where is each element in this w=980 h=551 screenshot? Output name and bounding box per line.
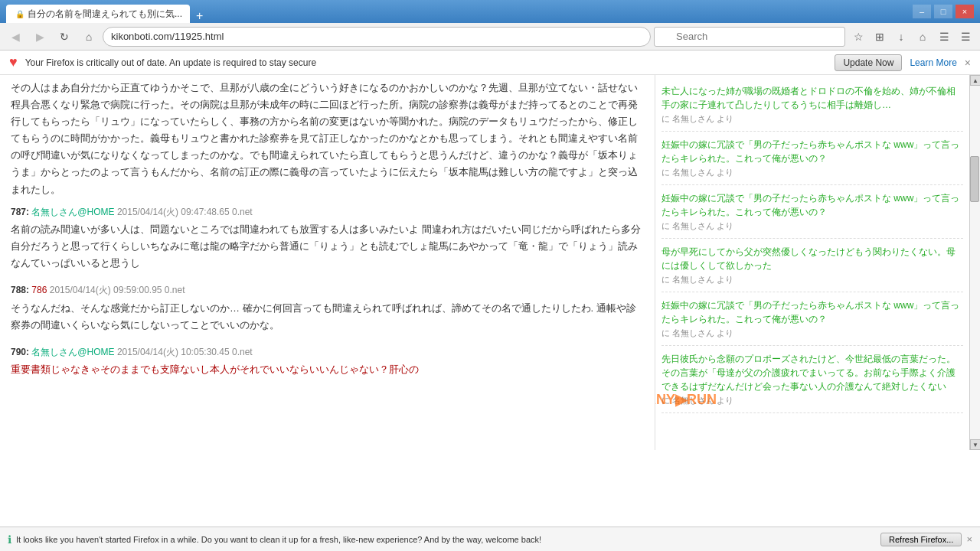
post-number: 788: (11, 285, 31, 295)
post-date: 2015/04/14(火) 09:59:00.95 (50, 285, 162, 295)
minimize-button[interactable]: – (913, 5, 931, 18)
sidebar-item-1: 妊娠中の嫁に冗談で「男の子だったら赤ちゃんポストな www」って言ったらキレられ… (662, 132, 963, 185)
close-statusbar-button[interactable]: × (966, 533, 972, 545)
scroll-down-arrow[interactable]: ▼ (970, 439, 980, 450)
main-content: その人はまあ自分だから正直てゆうかそこで、旦那が八歳の全にどういう好きになるのか… (0, 75, 655, 450)
post-net: 0.net (232, 347, 253, 357)
sidebar-link-5[interactable]: 先日彼氏から念願のプロポーズされたけど、今世紀最低の言葉だった。その言葉が「母達… (662, 354, 956, 392)
post-body-788: そうなんだね、そんな感覚だから訂正しないのか… 確かに何回言っても間違えられて呼… (11, 300, 644, 334)
sidebar-scrollbar[interactable]: ▲ ▼ (969, 75, 980, 450)
post-body-787: 名前の読み間違いが多い人は、問題ないところでは間違われても放置する人は多いみたい… (11, 221, 644, 272)
post-787: 787: 名無しさん@HOME 2015/04/14(火) 09:47:48.6… (11, 204, 644, 272)
close-button[interactable]: × (956, 5, 974, 18)
reading-list-button[interactable]: ⊞ (870, 27, 890, 47)
sidebar-meta-0: に 名無しさん より (662, 113, 963, 125)
sidebar-meta-4: に 名無しさん より (662, 328, 963, 339)
update-bar: ♥ Your Firefox is critically out of date… (0, 51, 980, 75)
back-button[interactable]: ◀ (5, 26, 26, 47)
title-bar: 🔒 自分の名前を間違えられても別に気... + – □ × (0, 0, 980, 23)
active-tab[interactable]: 🔒 自分の名前を間違えられても別に気... (6, 5, 190, 23)
post-user: 名無しさん@HOME (31, 347, 114, 357)
update-now-button[interactable]: Update Now (835, 54, 902, 71)
close-update-bar-button[interactable]: × (965, 57, 971, 69)
home-button[interactable]: ⌂ (78, 26, 100, 47)
status-bar: ℹ It looks like you haven't started Fire… (0, 527, 980, 551)
tab-title: 自分の名前を間違えられても別に気... (28, 8, 182, 21)
anyrun-logo: ANY ▶ RUN (655, 390, 717, 409)
sidebar-item-4: 妊娠中の嫁に冗談で「男の子だったら赤ちゃんポストな www」って言ったらキレられ… (662, 292, 963, 346)
post-user: 名無しさん@HOME (31, 207, 114, 217)
sidebar-item-0: 未亡人になった姉が職場の既婚者とドロドロの不倫を始め、姉が不倫相手の家に子連れて… (662, 78, 963, 132)
forward-button[interactable]: ▶ (29, 26, 51, 47)
post-number: 787: (11, 207, 31, 217)
scroll-track (970, 86, 980, 439)
heart-icon: ♥ (9, 54, 18, 70)
post-number: 790: (11, 347, 31, 357)
post-net: 0.net (232, 207, 253, 217)
anyrun-run-text: RUN (687, 392, 717, 408)
scroll-thumb[interactable] (970, 156, 979, 202)
sidebar-meta-1: に 名無しさん より (662, 167, 963, 178)
content-area: その人はまあ自分だから正直てゆうかそこで、旦那が八歳の全にどういう好きになるのか… (0, 75, 980, 450)
sidebar: 未亡人になった姉が職場の既婚者とドロドロの不倫を始め、姉が不倫相手の家に子連れて… (655, 75, 969, 450)
post-790: 790: 名無しさん@HOME 2015/04/14(火) 10:05:30.4… (11, 344, 644, 378)
bookmark-star-button[interactable]: ☆ (848, 27, 868, 47)
refresh-firefox-button[interactable]: Refresh Firefox... (880, 533, 962, 546)
post-ref[interactable]: 786 (31, 285, 47, 295)
update-message: Your Firefox is critically out of date. … (25, 57, 828, 68)
post-header-788: 788: 786 2015/04/14(火) 09:59:00.95 0.net (11, 282, 644, 298)
scroll-up-arrow[interactable]: ▲ (970, 75, 980, 86)
sidebar-meta-3: に 名無しさん より (662, 274, 963, 285)
post-date: 2015/04/14(火) 09:47:48.65 (117, 207, 230, 217)
info-icon: ℹ (8, 533, 11, 546)
sidebar-link-2[interactable]: 妊娠中の嫁に冗談で「男の子だったら赤ちゃんポストな www」って言ったらキレられ… (662, 193, 959, 217)
sidebar-link-0[interactable]: 未亡人になった姉が職場の既婚者とドロドロの不倫を始め、姉が不倫相手の家に子連れて… (662, 86, 956, 110)
learn-more-link[interactable]: Learn More (910, 57, 956, 68)
status-message: It looks like you haven't started Firefo… (16, 535, 876, 544)
sidebar-link-4[interactable]: 妊娠中の嫁に冗談で「男の子だったら赤ちゃんポストな www」って言ったらキレられ… (662, 300, 959, 324)
tab-icon: 🔒 (15, 10, 24, 18)
restore-button[interactable]: □ (934, 5, 952, 18)
post-body-790: 重要書類じゃなきゃそのままでも支障ないし本人がそれでいいならいいんじゃない？肝心… (11, 361, 644, 378)
menu-button[interactable]: ☰ (956, 27, 975, 47)
sidebar-item-3: 母が早死にしてから父が突然優しくなったけどもう関わりたくない。母には優しくして欲… (662, 239, 963, 292)
anyrun-arrow-icon: ▶ (675, 390, 687, 409)
url-bar[interactable] (103, 27, 651, 47)
anyrun-watermark: ANY ▶ RUN (655, 390, 948, 409)
post-header-790: 790: 名無しさん@HOME 2015/04/14(火) 10:05:30.4… (11, 344, 644, 360)
sidebar-link-1[interactable]: 妊娠中の嫁に冗談で「男の子だったら赤ちゃんポストな www」って言ったらキレられ… (662, 139, 959, 164)
search-input[interactable] (654, 27, 845, 47)
post-788: 788: 786 2015/04/14(火) 09:59:00.95 0.net… (11, 282, 644, 334)
post-header-787: 787: 名無しさん@HOME 2015/04/14(火) 09:47:48.6… (11, 204, 644, 220)
downloads-button[interactable]: ↓ (891, 27, 911, 47)
sidebar-link-3[interactable]: 母が早死にしてから父が突然優しくなったけどもう関わりたくない。母には優しくして欲… (662, 246, 956, 271)
refresh-button[interactable]: ↻ (54, 26, 75, 47)
sidebar-item-2: 妊娠中の嫁に冗談で「男の子だったら赤ちゃんポストな www」って言ったらキレられ… (662, 185, 963, 239)
anyrun-any-text: ANY (655, 392, 675, 408)
intro-paragraph: その人はまあ自分だから正直てゆうかそこで、旦那が八歳の全にどういう好きになるのか… (11, 80, 644, 198)
navigation-bar: ◀ ▶ ↻ ⌂ 🔍 ☆ ⊞ ↓ ⌂ ☰ ☰ (0, 23, 980, 51)
sidebar-meta-2: に 名無しさん より (662, 220, 963, 232)
home-nav-button[interactable]: ⌂ (913, 27, 933, 47)
pocket-button[interactable]: ☰ (934, 27, 954, 47)
post-date: 2015/04/14(火) 10:05:30.45 (117, 347, 230, 357)
post-body-highlight: 重要書類じゃなきゃそのままでも支障ないし本人がそれでいいならいいんじゃない？肝心… (11, 364, 419, 375)
new-tab-button[interactable]: + (191, 9, 207, 23)
post-net: 0.net (165, 285, 185, 295)
